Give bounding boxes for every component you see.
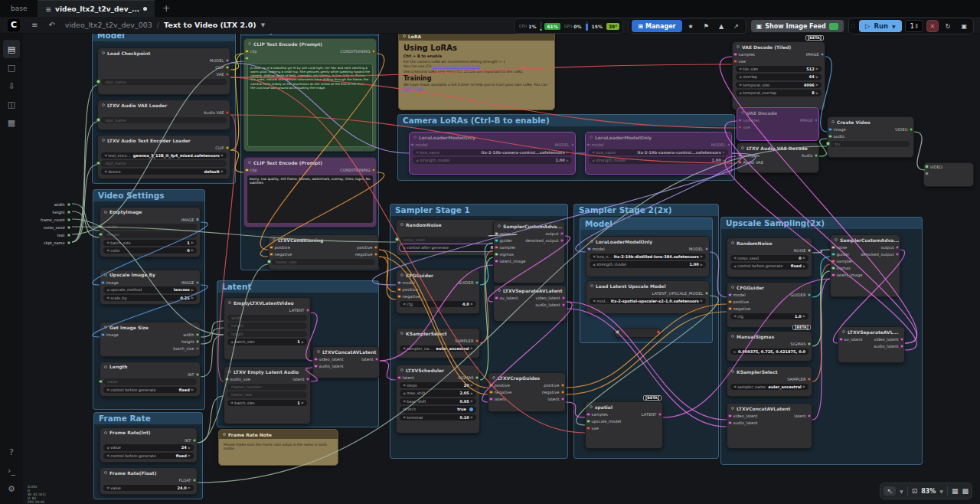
image-slot-dot[interactable] bbox=[196, 281, 200, 285]
latent-slot-dot[interactable] bbox=[896, 246, 900, 250]
ghost-input-frame-rate[interactable]: frame_rate bbox=[227, 391, 307, 398]
pointer-tool-icon[interactable]: ↖ bbox=[884, 486, 896, 496]
node-title[interactable]: CLIP Text Encode (Prompt) bbox=[244, 39, 376, 48]
node-title[interactable]: Load Checkpoint bbox=[98, 48, 230, 57]
hamburger-icon[interactable]: ≡ bbox=[26, 21, 43, 29]
node-collapsed[interactable] bbox=[614, 328, 662, 338]
show-image-feed-button[interactable]: ▣ Show Image Feed bbox=[751, 20, 844, 32]
sampler-slot-dot[interactable] bbox=[831, 260, 835, 263]
latent-slot-dot[interactable] bbox=[733, 53, 737, 57]
latent-slot-dot[interactable] bbox=[562, 303, 566, 307]
cond-slot-dot[interactable] bbox=[489, 384, 493, 388]
cond-slot-dot[interactable] bbox=[397, 295, 401, 299]
note-link[interactable]: camera control LoRAs here bbox=[433, 64, 480, 68]
node-ksamplerselect[interactable]: KSamplerSelectSAMPLER◀sampler_nameeuler_… bbox=[396, 328, 480, 358]
note-lora[interactable]: LoRAUsing LoRAsCtrl + B to enableFor the… bbox=[398, 31, 555, 110]
int-slot-dot[interactable] bbox=[586, 420, 590, 424]
clip-slot-dot[interactable] bbox=[245, 169, 249, 172]
model-slot-dot[interactable] bbox=[705, 247, 709, 251]
latent-slot-dot[interactable] bbox=[658, 413, 662, 417]
cond-slot-dot[interactable] bbox=[728, 300, 732, 304]
node-spatial[interactable]: [BETA]spatialsamplesLATENTupscale_modelv… bbox=[585, 401, 663, 449]
node-load-latent-upscale-model[interactable]: Load Latent Upscale ModelLATENT_UPSCALE_… bbox=[586, 280, 710, 314]
widget-steps[interactable]: ◀steps20▶ bbox=[400, 382, 476, 389]
node-title[interactable]: LTXVSeparateAVL... bbox=[838, 327, 904, 336]
node-title[interactable]: CFGGuider bbox=[727, 283, 812, 292]
group-title[interactable]: Video Settings bbox=[93, 190, 204, 201]
widget-control-before-generate[interactable]: ◀control before generatefixed▶ bbox=[730, 263, 808, 270]
workflow-menu-icon[interactable]: ≡ bbox=[45, 5, 51, 13]
cancel-button[interactable]: ✕ bbox=[926, 20, 939, 32]
node-vae-decode-tiled[interactable]: [BETA]VAE Decode (Tiled)samplesIMAGEvae◀… bbox=[732, 41, 825, 110]
node-title[interactable]: LTXVCropGuides bbox=[488, 373, 565, 382]
fit-view-icon[interactable]: ⊡ bbox=[912, 487, 918, 495]
widget-batch-size[interactable]: ◀batch_size1▶ bbox=[227, 339, 307, 345]
node-randomnoise[interactable]: RandomNoiseNOISE◀noise_seed0▶◀control be… bbox=[727, 237, 812, 277]
latent-slot-dot[interactable] bbox=[560, 239, 564, 243]
ghost-input-ckpt-name[interactable]: ckpt_name bbox=[101, 79, 227, 86]
widget-lora-name[interactable]: ◀lora_nameltx-2-19b-camera-control...saf… bbox=[413, 149, 572, 156]
node-frame-rate-int[interactable]: Frame Rate(Int)INT◀value24▶◀control befo… bbox=[100, 427, 198, 463]
cond-slot-dot[interactable] bbox=[270, 246, 273, 250]
sidebar-terminal-icon[interactable]: ›_ bbox=[3, 461, 20, 479]
sidebar-nodes-icon[interactable]: ◫ bbox=[3, 95, 20, 113]
latent-slot-dot[interactable] bbox=[896, 253, 900, 257]
node-samplercustomadva[interactable]: SamplerCustomAdva...noiseoutputguiderden… bbox=[493, 221, 565, 283]
int-slot-dot[interactable] bbox=[826, 142, 830, 146]
noise-slot-dot[interactable] bbox=[831, 246, 835, 250]
node-title[interactable]: LoraLoaderModelOnly bbox=[410, 133, 575, 142]
panel-toggle-icon[interactable]: ▣ bbox=[957, 23, 971, 30]
sidebar-workflows-icon[interactable]: ▤ bbox=[3, 40, 20, 58]
video-slot-dot[interactable] bbox=[910, 128, 913, 132]
latent-slot-dot[interactable] bbox=[839, 338, 843, 342]
node-title[interactable]: SamplerCustomAdva... bbox=[494, 221, 564, 231]
sampler-slot-dot[interactable] bbox=[495, 246, 498, 250]
node-title[interactable]: LTXVScheduler bbox=[397, 365, 479, 375]
widget-strength-model[interactable]: ◀strength_model1.00▶ bbox=[589, 157, 728, 164]
cond-slot-dot[interactable] bbox=[374, 253, 378, 257]
latent-slot-dot[interactable] bbox=[306, 309, 310, 313]
latent-slot-dot[interactable] bbox=[495, 260, 498, 263]
latent-slot-dot[interactable] bbox=[314, 365, 318, 368]
node-ltxvseparateavl[interactable]: LTXVSeparateAVL...av_latentvideo_latenta… bbox=[838, 326, 905, 363]
int-slot-dot[interactable] bbox=[99, 380, 103, 384]
cond-slot-dot[interactable] bbox=[270, 253, 273, 257]
int-slot-dot[interactable] bbox=[395, 237, 399, 241]
widget-sig[interactable]: sig0.909375, 0.725, 0.421875, 0.0 bbox=[730, 349, 808, 355]
zoom-chevron-icon[interactable]: ▼ bbox=[939, 489, 943, 494]
cond-slot-dot[interactable] bbox=[372, 169, 376, 172]
int-slot-dot[interactable] bbox=[196, 373, 200, 377]
model-slot-dot[interactable] bbox=[727, 143, 731, 147]
group-title[interactable]: Latent bbox=[217, 281, 378, 293]
subgraph-input-width[interactable]: width bbox=[26, 201, 70, 208]
model-slot-dot[interactable] bbox=[587, 247, 591, 251]
flag-icon[interactable]: ⚑ bbox=[700, 23, 713, 30]
manager-button[interactable]: ⊞Manager bbox=[632, 20, 681, 32]
bell-icon[interactable]: ▲ bbox=[715, 23, 727, 30]
note-frame-rate-note[interactable]: Frame Rate NotePlease make sure the fram… bbox=[218, 429, 338, 466]
model-slot-dot[interactable] bbox=[728, 293, 732, 297]
subgraph-input-text[interactable]: text bbox=[26, 231, 70, 239]
node-title[interactable]: VAE Decode bbox=[737, 108, 818, 117]
count-stepper[interactable]: ▲▼ bbox=[916, 23, 918, 29]
node-title[interactable]: LTXV Empty Latent Audio bbox=[224, 367, 310, 376]
widget-control-after-generate[interactable]: ◀control after generatefixed▶ bbox=[400, 244, 508, 251]
note-link[interactable]: find it here bbox=[403, 87, 423, 90]
widget-strength-model[interactable]: ◀strength_model1.00▶ bbox=[590, 261, 706, 268]
widget-upscale-method[interactable]: ◀upscale_methodlanczos▶ bbox=[103, 286, 197, 293]
sigmas-slot-dot[interactable] bbox=[475, 376, 479, 380]
node-title[interactable]: LTXVConditioning bbox=[269, 235, 378, 244]
widget-cfg[interactable]: ◀cfg4.0▶ bbox=[400, 301, 476, 308]
sigmas-slot-dot[interactable] bbox=[495, 253, 498, 257]
sidebar-downloads-icon[interactable]: ⇩ bbox=[3, 77, 20, 95]
node-title[interactable]: VAE Decode (Tiled) bbox=[733, 42, 825, 51]
ghost-input-noise-seed[interactable]: noise_seed bbox=[400, 237, 508, 244]
group-title[interactable]: Upscale Sampling(2x) bbox=[721, 218, 922, 229]
vae-slot-dot[interactable] bbox=[738, 161, 742, 165]
cond-slot-dot[interactable] bbox=[374, 246, 378, 250]
vae-slot-dot[interactable] bbox=[733, 60, 737, 64]
group-title[interactable]: Camera LoRAs (Ctrl-B to enable) bbox=[398, 115, 734, 126]
node-title[interactable]: EmptyImage bbox=[100, 208, 200, 216]
int-slot-dot[interactable] bbox=[705, 292, 709, 296]
int-slot-dot[interactable] bbox=[267, 260, 271, 263]
